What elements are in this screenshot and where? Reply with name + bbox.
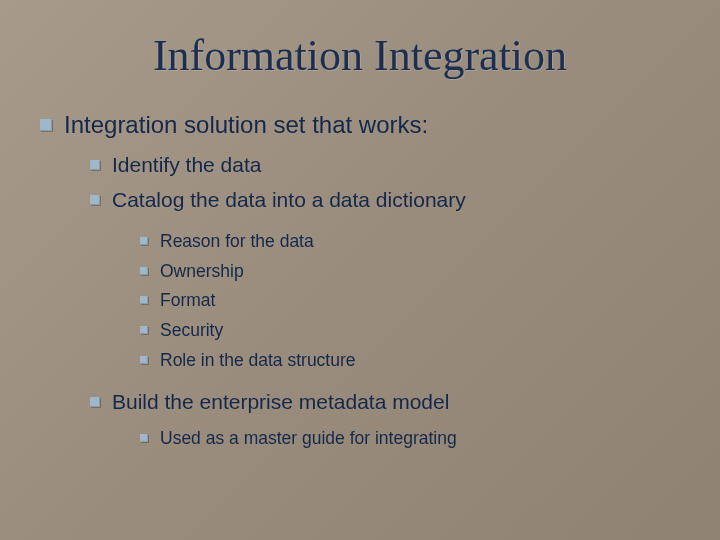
bullet-text: Format [160, 289, 215, 313]
square-bullet-icon [140, 237, 148, 245]
square-bullet-icon [90, 195, 100, 205]
list-item: Ownership [140, 260, 680, 284]
bullet-text: Ownership [160, 260, 244, 284]
bullet-text: Identify the data [112, 151, 261, 179]
square-bullet-icon [140, 267, 148, 275]
list-item: Security [140, 319, 680, 343]
square-bullet-icon [40, 119, 52, 131]
bullet-text: Role in the data structure [160, 349, 356, 373]
bullet-text: Used as a master guide for integrating [160, 427, 457, 451]
list-item: Reason for the data [140, 230, 680, 254]
square-bullet-icon [90, 160, 100, 170]
bullet-text: Security [160, 319, 223, 343]
bullet-text: Catalog the data into a data dictionary [112, 186, 466, 214]
slide-title: Information Integration [40, 30, 680, 81]
square-bullet-icon [140, 296, 148, 304]
list-item: Format [140, 289, 680, 313]
square-bullet-icon [140, 356, 148, 364]
square-bullet-icon [90, 397, 100, 407]
list-item: Used as a master guide for integrating [140, 427, 680, 451]
square-bullet-icon [140, 434, 148, 442]
bullet-text: Build the enterprise metadata model [112, 388, 449, 416]
square-bullet-icon [140, 326, 148, 334]
list-item: Catalog the data into a data dictionary [90, 186, 680, 214]
list-item: Role in the data structure [140, 349, 680, 373]
bullet-text: Integration solution set that works: [64, 109, 428, 141]
bullet-text: Reason for the data [160, 230, 314, 254]
list-item: Build the enterprise metadata model [90, 388, 680, 416]
list-item: Identify the data [90, 151, 680, 179]
slide: Information Integration Integration solu… [0, 0, 720, 540]
list-item: Integration solution set that works: [40, 109, 680, 141]
